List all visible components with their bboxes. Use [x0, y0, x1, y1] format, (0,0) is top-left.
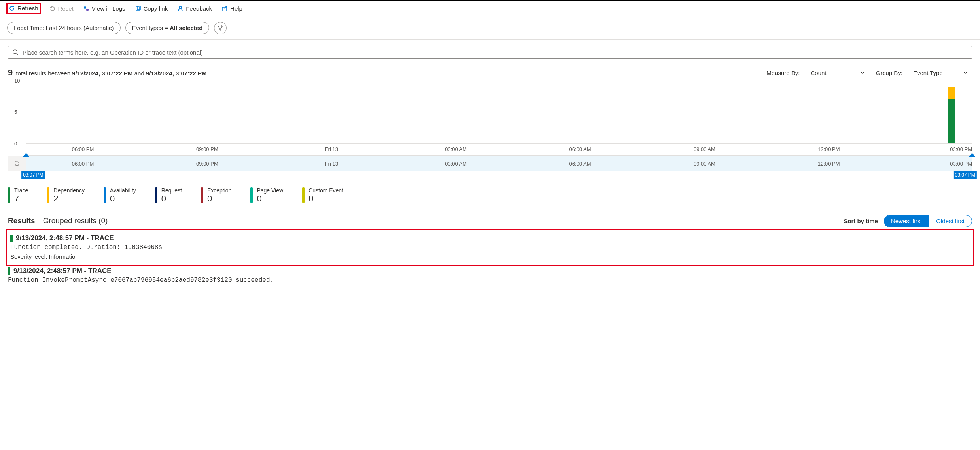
tab-grouped-results[interactable]: Grouped results (0): [43, 217, 108, 225]
xtick: Fri 13: [325, 146, 338, 152]
help-button[interactable]: Help: [221, 5, 242, 12]
chart-legend: Trace7Dependency2Availability0Request0Ex…: [8, 187, 972, 204]
filter-bar: Local Time: Last 24 hours (Automatic) Ev…: [0, 17, 980, 40]
legend-count: 0: [308, 194, 343, 204]
legend-color-bar: [302, 187, 305, 203]
svg-point-6: [13, 50, 17, 54]
result-message: Function InvokePromptAsync_e7067ab796954…: [8, 277, 972, 284]
chevron-down-icon: [963, 70, 968, 75]
gridline: [26, 143, 972, 144]
chart-plot-area[interactable]: 0510: [26, 81, 972, 144]
xtick: 03:00 AM: [445, 146, 467, 152]
legend-color-bar: [201, 187, 203, 203]
legend-count: 7: [14, 194, 28, 204]
xtick: 06:00 PM: [72, 146, 94, 152]
search-box[interactable]: [8, 46, 972, 59]
chart-reset-zoom-button[interactable]: [8, 156, 26, 171]
logs-icon: [83, 6, 89, 12]
feedback-button[interactable]: Feedback: [177, 5, 212, 12]
time-range-text: Local Time: Last 24 hours (Automatic): [14, 24, 114, 31]
measure-by-label: Measure By:: [766, 70, 800, 76]
legend-item[interactable]: Request0: [155, 187, 182, 204]
copy-icon: [135, 6, 141, 12]
legend-label: Request: [161, 187, 182, 194]
legend-item[interactable]: Page View0: [250, 187, 283, 204]
sort-newest-first[interactable]: Newest first: [884, 215, 929, 227]
sort-toggle: Newest first Oldest first: [884, 215, 972, 227]
legend-item[interactable]: Trace7: [8, 187, 28, 204]
group-by-label: Group By:: [876, 70, 902, 76]
xtick: 09:00 AM: [694, 161, 715, 167]
ytick: 5: [14, 109, 17, 115]
chart-xaxis-top: 06:00 PM09:00 PMFri 1303:00 AM06:00 AM09…: [26, 146, 972, 156]
legend-item[interactable]: Availability0: [104, 187, 136, 204]
event-types-filter-pill[interactable]: Event types = All selected: [125, 22, 210, 34]
timeline-chart: 0510 06:00 PM09:00 PMFri 1303:00 AM06:00…: [8, 81, 972, 180]
feedback-icon: [177, 6, 184, 12]
xtick: 03:00 PM: [950, 161, 972, 167]
ytick: 10: [14, 77, 20, 83]
result-message: Function completed. Duration: 1.0384068s: [10, 244, 970, 251]
search-icon: [12, 49, 19, 55]
svg-point-0: [84, 6, 86, 9]
sort-by-time-label: Sort by time: [844, 218, 878, 224]
result-severity: Severity level: Information: [10, 253, 970, 260]
result-title: 9/13/2024, 2:48:57 PM - TRACE: [13, 267, 112, 275]
legend-count: 0: [110, 194, 136, 204]
legend-label: Page View: [257, 187, 283, 194]
view-in-logs-button[interactable]: View in Logs: [83, 5, 125, 12]
legend-color-bar: [47, 187, 49, 203]
legend-item[interactable]: Exception0: [201, 187, 231, 204]
undo-icon: [49, 6, 56, 12]
gridline: [26, 112, 972, 112]
svg-point-1: [86, 9, 89, 11]
legend-item[interactable]: Custom Event0: [302, 187, 343, 204]
result-title: 9/13/2024, 2:48:57 PM - TRACE: [16, 234, 114, 242]
copy-link-button[interactable]: Copy link: [135, 5, 168, 12]
tab-results[interactable]: Results: [8, 217, 35, 225]
legend-color-bar: [155, 187, 157, 203]
view-in-logs-label: View in Logs: [92, 5, 125, 12]
sort-oldest-first[interactable]: Oldest first: [929, 215, 972, 227]
result-item[interactable]: 9/13/2024, 2:48:57 PM - TRACEFunction In…: [8, 264, 972, 288]
ytick: 0: [14, 140, 17, 146]
external-link-icon: [221, 6, 228, 12]
measure-by-dropdown[interactable]: Count: [806, 68, 869, 78]
legend-item[interactable]: Dependency2: [47, 187, 85, 204]
result-type-bar: [10, 235, 13, 242]
refresh-icon: [9, 5, 15, 11]
undo-icon: [14, 160, 20, 167]
xtick: 06:00 AM: [569, 146, 591, 152]
add-filter-button[interactable]: [214, 22, 227, 34]
xtick: 09:00 PM: [196, 161, 218, 167]
legend-count: 0: [257, 194, 283, 204]
xtick: 06:00 PM: [72, 161, 94, 167]
result-header: 9/13/2024, 2:48:57 PM - TRACE: [8, 267, 972, 275]
legend-label: Availability: [110, 187, 136, 194]
search-input[interactable]: [22, 49, 968, 56]
result-header: 9/13/2024, 2:48:57 PM - TRACE: [10, 234, 970, 242]
legend-label: Exception: [207, 187, 231, 194]
xtick: 09:00 PM: [196, 146, 218, 152]
brush-handle-left[interactable]: [23, 153, 29, 157]
chart-brush[interactable]: 06:00 PM09:00 PMFri 1303:00 AM06:00 AM09…: [26, 156, 972, 171]
feedback-label: Feedback: [186, 5, 212, 12]
refresh-button[interactable]: Refresh: [9, 5, 38, 11]
group-by-dropdown[interactable]: Event Type: [909, 68, 972, 78]
reset-label: Reset: [58, 5, 74, 12]
xtick: 12:00 PM: [818, 161, 840, 167]
brush-start-label: 03:07 PM: [21, 171, 45, 179]
legend-color-bar: [104, 187, 106, 203]
result-type-bar: [8, 267, 10, 275]
brush-handle-right[interactable]: [969, 153, 975, 157]
xtick: 12:00 PM: [818, 146, 840, 152]
results-start-time: 9/12/2024, 3:07:22 PM: [72, 70, 132, 77]
chart-bar[interactable]: [948, 87, 955, 143]
results-end-time: 9/13/2024, 3:07:22 PM: [146, 70, 206, 77]
time-range-filter-pill[interactable]: Local Time: Last 24 hours (Automatic): [7, 22, 121, 34]
brush-end-label: 03:07 PM: [954, 171, 977, 179]
xtick: 03:00 AM: [445, 161, 467, 167]
result-item[interactable]: 9/13/2024, 2:48:57 PM - TRACEFunction co…: [8, 231, 972, 264]
legend-label: Dependency: [53, 187, 85, 194]
command-bar: Refresh Reset View in Logs Copy link Fee…: [0, 0, 980, 17]
